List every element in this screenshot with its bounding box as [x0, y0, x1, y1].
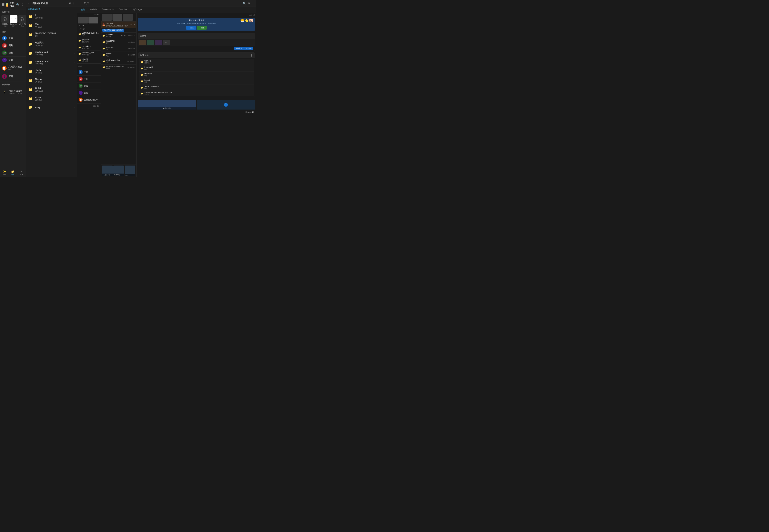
r-cat-download[interactable]: ⬇ 下载 [77, 69, 101, 76]
picture-cat-icon: 🖼 [2, 43, 7, 48]
cat-label-doc: 文档及其他文件 [8, 65, 24, 71]
restored-name: Restored [106, 46, 127, 48]
category-doc[interactable]: 📄 文档及其他文件 [0, 64, 26, 73]
bottom-app-row: ☁ 远程存储 🔵 [136, 99, 256, 111]
notice-icon: 📥 [102, 23, 105, 26]
r-cat-video[interactable]: 🎬 视频 [77, 83, 101, 89]
right-header: ← 图片 🔍 ⊞ ⋮ [77, 0, 256, 7]
internal-storage[interactable]: 📱 内部存储设备 可用空间：114 GB [0, 88, 26, 96]
receive-button[interactable]: ⬇ 接收 [197, 26, 207, 30]
more-icon[interactable]: ⋮ [21, 3, 24, 6]
folder-item-3[interactable]: 📁 修复照片 12小时前 › [26, 39, 77, 49]
browse-item-0[interactable]: 📁 7986BDDD2CF3989 前天 [77, 31, 101, 37]
middle-back-button[interactable]: ← [28, 1, 31, 5]
dup-taopai[interactable]: 📁 taopai 1项 [139, 78, 254, 84]
folder-item-2[interactable]: 📁 7986BDDD2CF3989 前天 › [26, 30, 77, 39]
tab-qqfile[interactable]: QQfile_re [131, 7, 145, 13]
folder-icon-6: 📁 [28, 69, 33, 74]
tab-download[interactable]: Download [116, 7, 131, 13]
free-space-button[interactable]: 选择释放 717 KB 空间 [234, 47, 253, 50]
folder-info-9: alipay 10月4日 [35, 96, 71, 101]
breadcrumb[interactable]: 内部存储设备 [28, 8, 41, 10]
folder-item-4[interactable]: 📁 accdata_vod 10月27日 › [26, 49, 77, 58]
file-item-221[interactable]: 📁 221dc82c582ed6c7f92018e271511aa6 256 B… [101, 65, 136, 70]
file-item-camera[interactable]: 📁 Camera 1214张 349 KB 2019/11/8 [101, 33, 136, 39]
storage-section: 📱 内部存储设备 可用空间：114 GB [0, 87, 26, 97]
browse-item-4[interactable]: 📁 aibizhi 6月13日 [77, 57, 101, 63]
r-cat-doc[interactable]: 📄 文档及其他文件 [77, 96, 101, 103]
sticker-menu-icon[interactable]: ⋮ [250, 34, 253, 38]
search-icon[interactable]: 🔍 [16, 3, 20, 6]
folder-item-7[interactable]: 📁 Alarms 5月27日 › [26, 76, 77, 85]
file-item-taopai[interactable]: 📁 taopai 1项 2019/9/27 [101, 52, 136, 58]
dup-insightar[interactable]: 📁 InsightAR 0项 [139, 65, 254, 72]
category-video[interactable]: 🎬 视频 [0, 49, 26, 57]
dup-restored[interactable]: 📁 Restored 8项 [139, 72, 254, 78]
category-audio[interactable]: 🎵 音频 [0, 57, 26, 64]
browse-item-3[interactable]: 📁 accmeta_vod 11月21日 [77, 51, 101, 57]
tab-weixin[interactable]: WeiXin [88, 7, 99, 13]
recent-file-0[interactable]: 🎧 +8613235... (17) 音频 [1, 15, 9, 27]
folder-item-5[interactable]: 📁 accmeta_vod 11月21日 › [26, 58, 77, 67]
folder-item-9[interactable]: 📁 alipay 10月4日 › [26, 94, 77, 103]
dup-zhui[interactable]: 📁 zhuizhuimanhua 0项 [139, 84, 254, 91]
right-grid-icon[interactable]: ⊞ [248, 2, 250, 5]
file-info-b4: aibizhi 6月13日 [82, 58, 99, 62]
r-cat-audio[interactable]: 🎵 音频 [77, 89, 101, 96]
recent-file-2[interactable]: 🎧 10000 (7) 音频 [18, 15, 26, 27]
category-picture[interactable]: 🖼 图片 [0, 42, 26, 49]
dup-insightar-icon: 📁 [141, 67, 143, 70]
file-item-insightar[interactable]: 📁 InsightAR 0项 2019/11/8 [101, 39, 136, 45]
dup-221[interactable]: 📁 221dc82c582ed6c7f92018e271511aa6 256 B [139, 91, 254, 96]
nav-share[interactable]: ↔ 分享 [17, 168, 26, 177]
top-thumbs-row [101, 13, 136, 22]
folder-icon-9: 📁 [28, 97, 33, 101]
nav-browse[interactable]: 📁 浏览 [9, 168, 17, 177]
middle-more-icon[interactable]: ⋮ [73, 2, 75, 5]
camera-folder-name: Camera [106, 33, 120, 36]
tab-screenshots[interactable]: Screenshots [99, 7, 116, 13]
restored-label: Restored 8 [246, 111, 254, 113]
r-cat-label-download: 下载 [84, 71, 88, 73]
menu-icon[interactable]: ☰ [2, 3, 5, 7]
dup-more-icon[interactable]: ⋮ [250, 54, 253, 57]
mascots-decoration: 🐣⭐🐷 [240, 18, 254, 23]
dup-camera[interactable]: 📁 Camera 1214张 [139, 59, 254, 65]
middle-grid-icon[interactable]: ⊞ [69, 2, 71, 5]
right-back-button[interactable]: ← [79, 1, 82, 5]
folder-item-8[interactable]: 📁 ALIMP 11月22日 › [26, 85, 77, 94]
recent-file-1[interactable]: CameraImagedACamera Screensh... (767) 图片 [10, 15, 17, 27]
category-app[interactable]: 📱 应用 [0, 73, 26, 80]
folder-item-6[interactable]: 📁 aibizhi 6月13日 › [26, 67, 77, 76]
doc-cat-icon: 📄 [2, 66, 7, 71]
r-cat-label-doc: 文档及其他文件 [84, 99, 98, 101]
thumb-label-0: ☁ 远程存储 [102, 174, 113, 176]
file-meta-b4: 6月13日 [82, 60, 99, 62]
221-count: 256 B [106, 67, 126, 69]
right-search-icon[interactable]: 🔍 [243, 2, 246, 5]
folder-icon-0: 📁 [28, 14, 33, 19]
file-item-restored[interactable]: 📁 Restored 8项 2019/12/7 [101, 45, 136, 52]
browse-item-1[interactable]: 📁 修复照片 12小时前 [77, 37, 101, 44]
top-thumb-2 [123, 14, 133, 21]
browse-item-2[interactable]: 📁 accdata_vod 10月27日 [77, 44, 101, 51]
category-download[interactable]: ⬇ 下载 [0, 35, 26, 42]
folder-item-1[interactable]: 📁 360 7月19日 › [26, 21, 77, 30]
send-button[interactable]: ⬆ 发送 [186, 26, 196, 30]
folder-item-10[interactable]: 📁 amap › [26, 103, 77, 111]
tab-all[interactable]: 全部 [78, 7, 88, 13]
nav-clean[interactable]: ✨ 清理 [0, 168, 9, 177]
folder-item-0[interactable]: 📁 1 12小时前 › [26, 12, 77, 21]
dup-zhui-count: 0项 [144, 87, 252, 90]
storage-notice-bar[interactable]: 📥 现收文件 接收文件正在占用您的手机空间 24 KB [101, 22, 136, 28]
file-item-zhui[interactable]: 📁 zhuizhuimanhua 0项 2019/10/10 [101, 58, 136, 65]
insightar-icon: 📁 [102, 41, 105, 43]
folder-info-3: 修复照片 12小时前 [35, 41, 71, 47]
folder-icon-3: 📁 [28, 42, 33, 46]
r-cat-picture[interactable]: 🖼 图片 [77, 76, 101, 83]
right-more-icon[interactable]: ⋮ [252, 2, 254, 5]
audio-icon-2: 🎧 [20, 17, 24, 21]
r-cat-icon-audio: 🎵 [79, 91, 83, 95]
confirm-free-space-button[interactable]: 确认并释放 2.30 GB 的空间 [102, 29, 124, 32]
storage-name: 内部存储设备 [9, 89, 22, 92]
